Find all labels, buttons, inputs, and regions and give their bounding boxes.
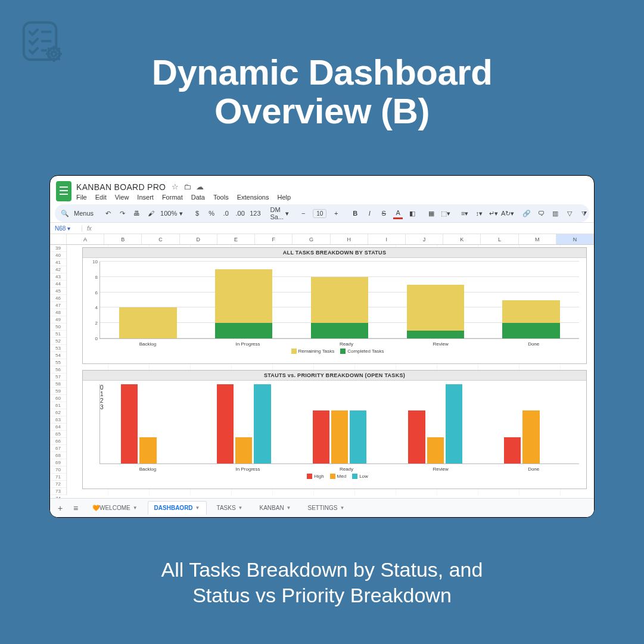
row-59[interactable]: 59 xyxy=(50,388,66,395)
filter-button[interactable]: ▽ xyxy=(565,207,574,219)
menu-format[interactable]: Format xyxy=(162,194,183,201)
row-46[interactable]: 46 xyxy=(50,295,66,302)
merge-button[interactable]: ⬚▾ xyxy=(441,207,450,219)
row-65[interactable]: 65 xyxy=(50,431,66,438)
row-50[interactable]: 50 xyxy=(50,323,66,331)
col-E[interactable]: E xyxy=(217,234,255,244)
col-A[interactable]: A xyxy=(67,234,104,244)
sheet-tab-dashbaord[interactable]: DASHBAORD▼ xyxy=(148,501,207,515)
row-68[interactable]: 68 xyxy=(50,452,66,459)
row-43[interactable]: 43 xyxy=(50,273,66,281)
row-73[interactable]: 73 xyxy=(50,488,66,495)
col-B[interactable]: B xyxy=(104,234,142,244)
row-58[interactable]: 58 xyxy=(50,381,66,388)
paint-format-icon[interactable]: 🖌 xyxy=(146,207,155,219)
percent-button[interactable]: % xyxy=(207,207,216,219)
insert-chart-button[interactable]: ▥ xyxy=(550,207,560,219)
row-71[interactable]: 71 xyxy=(50,474,66,481)
number-format-button[interactable]: 123 xyxy=(250,210,260,217)
sheet-tab-tasks[interactable]: TASKS▼ xyxy=(210,501,250,515)
row-41[interactable]: 41 xyxy=(50,259,66,266)
menu-data[interactable]: Data xyxy=(191,194,205,201)
menu-extensions[interactable]: Extensions xyxy=(237,194,269,201)
row-63[interactable]: 63 xyxy=(50,416,66,424)
all-sheets-button[interactable]: ≡ xyxy=(70,503,81,513)
row-headers[interactable]: 3940414243444546474849505152535455565758… xyxy=(50,245,67,495)
redo-icon[interactable]: ↷ xyxy=(117,207,127,219)
row-70[interactable]: 70 xyxy=(50,466,66,474)
strike-button[interactable]: S xyxy=(379,207,388,219)
borders-button[interactable]: ▦ xyxy=(427,207,436,219)
col-J[interactable]: J xyxy=(406,234,443,244)
column-headers[interactable]: ABCDEFGHIJKLMN xyxy=(50,234,594,245)
row-49[interactable]: 49 xyxy=(50,316,66,323)
chart-priority-breakdown[interactable]: STAUTS vs. PRIORITY BREAKDOWN (OPEN TASK… xyxy=(82,370,587,489)
wrap-button[interactable]: ↵▾ xyxy=(489,207,498,219)
sheet-tab-welcome[interactable]: 🧡WELCOME▼ xyxy=(86,501,144,515)
cloud-icon[interactable]: ☁ xyxy=(196,182,204,191)
row-66[interactable]: 66 xyxy=(50,438,66,445)
row-47[interactable]: 47 xyxy=(50,302,66,309)
sheet-tab-settings[interactable]: SETTINGS▼ xyxy=(301,501,351,515)
col-K[interactable]: K xyxy=(443,234,481,244)
row-56[interactable]: 56 xyxy=(50,366,66,374)
print-icon[interactable]: 🖶 xyxy=(132,207,141,219)
add-sheet-button[interactable]: + xyxy=(55,503,66,513)
menu-insert[interactable]: Insert xyxy=(137,194,154,201)
search-menus-label[interactable]: Menus xyxy=(74,210,94,217)
fill-color-button[interactable]: ◧ xyxy=(407,207,417,219)
comment-button[interactable]: 🗨 xyxy=(536,207,546,219)
col-D[interactable]: D xyxy=(180,234,217,244)
font-size-decrease[interactable]: − xyxy=(298,207,308,219)
row-42[interactable]: 42 xyxy=(50,266,66,273)
col-C[interactable]: C xyxy=(142,234,179,244)
row-72[interactable]: 72 xyxy=(50,481,66,488)
h-align-button[interactable]: ≡▾ xyxy=(460,207,469,219)
row-53[interactable]: 53 xyxy=(50,345,66,352)
v-align-button[interactable]: ↕▾ xyxy=(474,207,484,219)
font-family-select[interactable]: DM Sa...▾ xyxy=(270,206,290,220)
menu-tools[interactable]: Tools xyxy=(213,194,229,201)
row-40[interactable]: 40 xyxy=(50,252,66,259)
row-69[interactable]: 69 xyxy=(50,459,66,466)
row-55[interactable]: 55 xyxy=(50,359,66,366)
name-box[interactable]: N68 ▾ xyxy=(50,225,82,232)
col-M[interactable]: M xyxy=(519,234,556,244)
row-64[interactable]: 64 xyxy=(50,424,66,431)
col-G[interactable]: G xyxy=(293,234,330,244)
menu-file[interactable]: File xyxy=(76,194,87,201)
row-57[interactable]: 57 xyxy=(50,374,66,381)
row-39[interactable]: 39 xyxy=(50,245,66,252)
menu-view[interactable]: View xyxy=(115,194,129,201)
bold-button[interactable]: B xyxy=(350,207,360,219)
row-67[interactable]: 67 xyxy=(50,445,66,452)
menu-help[interactable]: Help xyxy=(277,194,291,201)
row-54[interactable]: 54 xyxy=(50,352,66,359)
sheet-tab-kanban[interactable]: KANBAN▼ xyxy=(253,501,297,515)
star-icon[interactable]: ☆ xyxy=(172,182,179,191)
chart-status-breakdown[interactable]: ALL TASKS BREAKDOWN BY STATUS 0246810 Ba… xyxy=(82,247,587,364)
dec-decrease-button[interactable]: .0 xyxy=(221,207,231,219)
row-45[interactable]: 45 xyxy=(50,288,66,295)
link-button[interactable]: 🔗 xyxy=(522,207,531,219)
row-48[interactable]: 48 xyxy=(50,309,66,316)
col-I[interactable]: I xyxy=(368,234,406,244)
col-H[interactable]: H xyxy=(331,234,368,244)
doc-title[interactable]: KANBAN BOARD PRO xyxy=(76,182,166,192)
row-61[interactable]: 61 xyxy=(50,402,66,409)
filter-views-button[interactable]: ⧩ xyxy=(579,207,589,219)
italic-button[interactable]: I xyxy=(365,207,374,219)
search-icon[interactable]: 🔍 xyxy=(61,210,69,217)
functions-button[interactable]: Σ xyxy=(593,207,595,219)
row-62[interactable]: 62 xyxy=(50,409,66,416)
zoom-select[interactable]: 100%▾ xyxy=(160,210,183,217)
col-F[interactable]: F xyxy=(255,234,293,244)
currency-button[interactable]: $ xyxy=(192,207,202,219)
font-size-increase[interactable]: + xyxy=(331,207,341,219)
text-color-button[interactable]: A xyxy=(393,207,403,219)
grid-canvas[interactable]: ALL TASKS BREAKDOWN BY STATUS 0246810 Ba… xyxy=(67,245,594,495)
col-N[interactable]: N xyxy=(556,234,594,244)
font-size-input[interactable]: 10 xyxy=(313,209,326,218)
row-60[interactable]: 60 xyxy=(50,395,66,402)
col-L[interactable]: L xyxy=(481,234,518,244)
